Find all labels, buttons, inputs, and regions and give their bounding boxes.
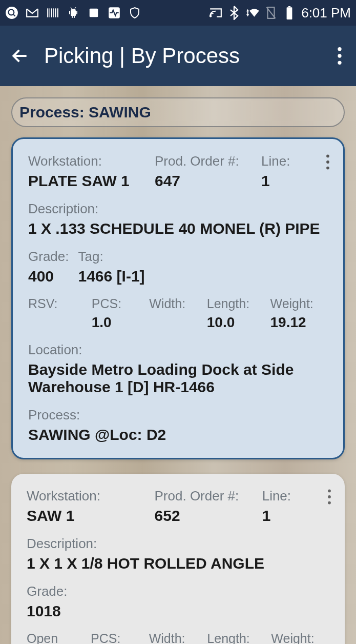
activity-icon <box>108 6 121 19</box>
status-bar: 6:01 PM <box>0 0 356 26</box>
open-rsv-label: Open RSV: <box>27 631 91 644</box>
line-value: 1 <box>262 507 329 525</box>
svg-point-0 <box>6 7 18 19</box>
width-label: Width: <box>149 296 207 311</box>
svg-rect-4 <box>50 8 50 17</box>
description-label: Description: <box>27 536 329 552</box>
svg-rect-5 <box>51 8 52 17</box>
svg-rect-9 <box>71 10 76 16</box>
appbar-more-button[interactable] <box>333 43 346 69</box>
page-title: Picking | By Process <box>44 44 333 68</box>
wifi-icon <box>246 6 259 19</box>
content-area: Process: SAWING Workstation: PLATE SAW 1… <box>0 86 356 644</box>
length-label: Length: <box>207 631 271 644</box>
android-icon <box>67 6 80 19</box>
svg-rect-10 <box>69 11 70 14</box>
width-label: Width: <box>149 631 207 644</box>
pcs-label: PCS: <box>92 296 150 311</box>
grade-label: Grade: <box>28 249 78 265</box>
svg-rect-16 <box>90 9 98 17</box>
process-label: Process: <box>28 407 328 423</box>
svg-point-23 <box>338 54 341 57</box>
svg-rect-12 <box>72 16 73 18</box>
svg-point-18 <box>210 15 211 16</box>
svg-line-14 <box>71 7 72 9</box>
prod-order-label: Prod. Order #: <box>155 488 262 504</box>
tag-label: Tag: <box>78 249 328 265</box>
description-value: 1 X 1 X 1/8 HOT ROLLED ANGLE <box>27 555 329 572</box>
pcs-value: 1.0 <box>92 314 150 331</box>
length-value: 10.0 <box>207 314 270 331</box>
description-value: 1 X .133 SCHEDULE 40 MONEL (R) PIPE <box>28 220 328 237</box>
workstation-label: Workstation: <box>27 488 155 504</box>
pcs-label: PCS: <box>91 631 149 644</box>
prod-order-value: 652 <box>155 507 262 525</box>
length-label: Length: <box>207 296 270 311</box>
line-label: Line: <box>261 153 328 169</box>
barcode-icon <box>46 6 59 19</box>
square-icon <box>87 6 100 19</box>
line-value: 1 <box>261 172 328 190</box>
svg-point-24 <box>338 61 341 65</box>
weight-label: Weight: <box>270 296 328 311</box>
svg-rect-20 <box>288 6 290 7</box>
bluetooth-icon <box>227 6 241 19</box>
search-circle-icon <box>5 6 18 19</box>
svg-point-26 <box>326 160 329 164</box>
workstation-value: PLATE SAW 1 <box>28 172 155 190</box>
cast-icon <box>209 6 222 19</box>
app-bar: Picking | By Process <box>0 26 356 86</box>
svg-rect-21 <box>287 7 292 19</box>
no-sim-icon <box>264 6 278 19</box>
svg-line-15 <box>75 7 76 9</box>
svg-point-28 <box>328 490 331 493</box>
prod-order-value: 647 <box>155 172 261 190</box>
grade-value: 1018 <box>27 602 329 620</box>
svg-point-29 <box>328 495 331 498</box>
order-card[interactable]: Workstation: SAW 1 Prod. Order #: 652 Li… <box>11 474 345 644</box>
location-label: Location: <box>28 342 328 358</box>
svg-rect-8 <box>57 8 58 17</box>
shield-icon <box>128 6 141 19</box>
svg-rect-3 <box>47 8 48 17</box>
line-label: Line: <box>262 488 329 504</box>
workstation-value: SAW 1 <box>27 507 155 525</box>
status-time: 6:01 PM <box>301 5 351 21</box>
svg-point-22 <box>338 47 341 51</box>
svg-point-25 <box>326 155 329 158</box>
weight-value: 19.12 <box>270 314 328 331</box>
location-value: Bayside Metro Loading Dock at Side Wareh… <box>28 361 328 396</box>
back-button[interactable] <box>10 46 30 66</box>
process-chip[interactable]: Process: SAWING <box>11 97 345 127</box>
card-more-button[interactable] <box>323 151 333 173</box>
svg-rect-7 <box>55 8 56 17</box>
svg-point-30 <box>328 501 331 505</box>
svg-rect-11 <box>76 11 77 14</box>
order-card[interactable]: Workstation: PLATE SAW 1 Prod. Order #: … <box>11 137 345 459</box>
gmail-icon <box>26 6 39 19</box>
rsv-label: RSV: <box>28 296 92 311</box>
prod-order-label: Prod. Order #: <box>155 153 261 169</box>
tag-value: 1466 [I-1] <box>78 268 328 285</box>
description-label: Description: <box>28 201 328 217</box>
grade-label: Grade: <box>27 583 329 599</box>
status-left-icons <box>5 6 141 19</box>
grade-value: 400 <box>28 268 78 285</box>
card-more-button[interactable] <box>324 486 334 508</box>
battery-icon <box>283 6 296 19</box>
process-value: SAWING @Loc: D2 <box>28 426 328 444</box>
svg-point-27 <box>326 167 329 170</box>
svg-rect-6 <box>53 8 54 17</box>
workstation-label: Workstation: <box>28 153 155 169</box>
status-right-icons: 6:01 PM <box>209 5 351 21</box>
svg-rect-13 <box>74 16 75 18</box>
weight-label: Weight: <box>271 631 329 644</box>
